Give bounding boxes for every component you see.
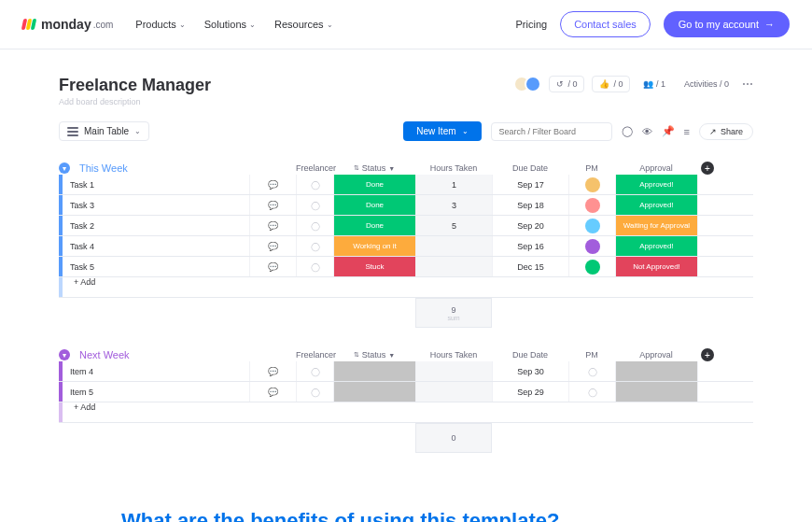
column-approval[interactable]: Approval — [615, 163, 697, 173]
approval-cell[interactable] — [615, 382, 697, 402]
task-name[interactable]: Item 5 — [63, 382, 249, 402]
goto-account-button[interactable]: Go to my account→ — [664, 11, 790, 37]
column-freelancer[interactable]: Freelancer — [296, 163, 333, 173]
hours-cell[interactable]: 1 — [415, 175, 492, 194]
task-name[interactable]: Item 4 — [63, 361, 249, 381]
status-cell[interactable] — [333, 361, 415, 381]
approval-cell[interactable]: Approved! — [615, 195, 697, 215]
column-status[interactable]: ⇅Status▼ — [333, 163, 415, 173]
eye-icon[interactable]: 👁 — [642, 126, 652, 137]
people-count[interactable]: 👥 / 1 — [637, 77, 671, 92]
status-cell[interactable]: Done — [333, 195, 415, 215]
chat-icon[interactable]: 💬 — [249, 382, 296, 402]
status-cell[interactable]: Working on it — [333, 236, 415, 256]
logo[interactable]: monday.com — [22, 17, 113, 32]
nav-pricing[interactable]: Pricing — [516, 19, 548, 30]
person-filter-icon[interactable]: ◯ — [622, 125, 633, 137]
column-hours[interactable]: Hours Taken — [415, 163, 492, 173]
nav-resources[interactable]: Resources⌄ — [274, 19, 333, 30]
chat-icon[interactable]: 💬 — [249, 216, 296, 235]
column-pm[interactable]: PM — [568, 350, 615, 360]
chat-icon[interactable]: 💬 — [249, 175, 296, 194]
table-row[interactable]: Task 5 💬 ◯ Stuck Dec 15 Not Approved! — [59, 257, 753, 277]
person-icon[interactable]: ◯ — [296, 216, 333, 235]
chat-icon[interactable]: 💬 — [249, 236, 296, 256]
search-input[interactable] — [491, 122, 612, 141]
new-item-button[interactable]: New Item⌄ — [403, 121, 481, 141]
pin-icon[interactable]: 📌 — [662, 125, 675, 137]
add-task-label[interactable]: + Add — [63, 402, 249, 422]
column-approval[interactable]: Approval — [615, 350, 697, 360]
column-freelancer[interactable]: Freelancer — [296, 350, 333, 360]
member-avatars[interactable] — [513, 76, 541, 92]
pm-cell[interactable] — [568, 195, 615, 215]
approval-cell[interactable]: Waiting for Approval — [615, 216, 697, 235]
task-name[interactable]: Task 1 — [63, 175, 249, 194]
more-menu-icon[interactable]: ⋯ — [742, 78, 753, 91]
approval-cell[interactable]: Not Approved! — [615, 257, 697, 276]
task-name[interactable]: Task 5 — [63, 257, 249, 276]
person-icon[interactable]: ◯ — [296, 257, 333, 276]
chat-icon[interactable]: 💬 — [249, 195, 296, 215]
due-date-cell[interactable]: Sep 18 — [492, 195, 568, 215]
nav-products[interactable]: Products⌄ — [135, 19, 185, 30]
column-hours[interactable]: Hours Taken — [415, 350, 492, 360]
pm-cell[interactable] — [568, 216, 615, 235]
person-icon[interactable]: ◯ — [296, 175, 333, 194]
due-date-cell[interactable]: Dec 15 — [492, 257, 568, 276]
status-cell[interactable]: Stuck — [333, 257, 415, 276]
add-task-label[interactable]: + Add — [63, 277, 249, 297]
status-cell[interactable] — [333, 382, 415, 402]
collapse-icon[interactable]: ▾ — [59, 162, 70, 174]
add-column-button[interactable]: + — [701, 348, 714, 361]
table-row[interactable]: Item 5 💬 ◯ Sep 29 ◯ — [59, 382, 753, 402]
status-cell[interactable]: Done — [333, 216, 415, 235]
due-date-cell[interactable]: Sep 17 — [492, 175, 568, 194]
due-date-cell[interactable]: Sep 16 — [492, 236, 568, 256]
group-name[interactable]: This Week — [76, 162, 249, 174]
add-row[interactable]: + Add — [59, 277, 753, 298]
filter-icon[interactable]: ≡ — [684, 126, 690, 137]
person-icon[interactable]: ◯ — [296, 195, 333, 215]
add-row[interactable]: + Add — [59, 402, 753, 423]
hours-cell[interactable]: 5 — [415, 216, 492, 235]
table-row[interactable]: Item 4 💬 ◯ Sep 30 ◯ — [59, 361, 753, 382]
due-date-cell[interactable]: Sep 29 — [492, 382, 568, 402]
contact-sales-button[interactable]: Contact sales — [560, 11, 651, 37]
status-cell[interactable]: Done — [333, 175, 415, 194]
invite-pill[interactable]: ↺/ 0 — [549, 76, 584, 92]
pm-cell[interactable]: ◯ — [568, 382, 615, 402]
task-name[interactable]: Task 4 — [63, 236, 249, 256]
board-description[interactable]: Add board description — [59, 97, 211, 106]
column-pm[interactable]: PM — [568, 163, 615, 173]
table-row[interactable]: Task 1 💬 ◯ Done 1 Sep 17 Approved! — [59, 175, 753, 195]
pm-cell[interactable] — [568, 175, 615, 194]
pm-cell[interactable] — [568, 236, 615, 256]
nav-solutions[interactable]: Solutions⌄ — [204, 19, 256, 30]
chat-icon[interactable]: 💬 — [249, 257, 296, 276]
hours-cell[interactable]: 3 — [415, 195, 492, 215]
table-row[interactable]: Task 3 💬 ◯ Done 3 Sep 18 Approved! — [59, 195, 753, 216]
column-due-date[interactable]: Due Date — [492, 163, 568, 173]
approval-cell[interactable] — [615, 361, 697, 381]
collapse-icon[interactable]: ▾ — [59, 349, 70, 360]
share-button[interactable]: ↗Share — [699, 123, 753, 140]
person-icon[interactable]: ◯ — [296, 382, 333, 402]
due-date-cell[interactable]: Sep 30 — [492, 361, 568, 381]
column-status[interactable]: ⇅Status▼ — [333, 350, 415, 360]
due-date-cell[interactable]: Sep 20 — [492, 216, 568, 235]
hours-cell[interactable] — [415, 382, 492, 402]
hours-cell[interactable] — [415, 361, 492, 381]
main-table-view[interactable]: Main Table ⌄ — [59, 121, 149, 141]
activities-link[interactable]: Activities / 0 — [679, 77, 735, 92]
column-due-date[interactable]: Due Date — [492, 350, 568, 360]
hours-cell[interactable] — [415, 236, 492, 256]
pm-cell[interactable]: ◯ — [568, 361, 615, 381]
table-row[interactable]: Task 2 💬 ◯ Done 5 Sep 20 Waiting for App… — [59, 216, 753, 236]
task-name[interactable]: Task 3 — [63, 195, 249, 215]
like-pill[interactable]: 👍/ 0 — [592, 76, 630, 92]
add-column-button[interactable]: + — [701, 162, 714, 175]
group-name[interactable]: Next Week — [76, 349, 249, 360]
approval-cell[interactable]: Approved! — [615, 175, 697, 194]
task-name[interactable]: Task 2 — [63, 216, 249, 235]
